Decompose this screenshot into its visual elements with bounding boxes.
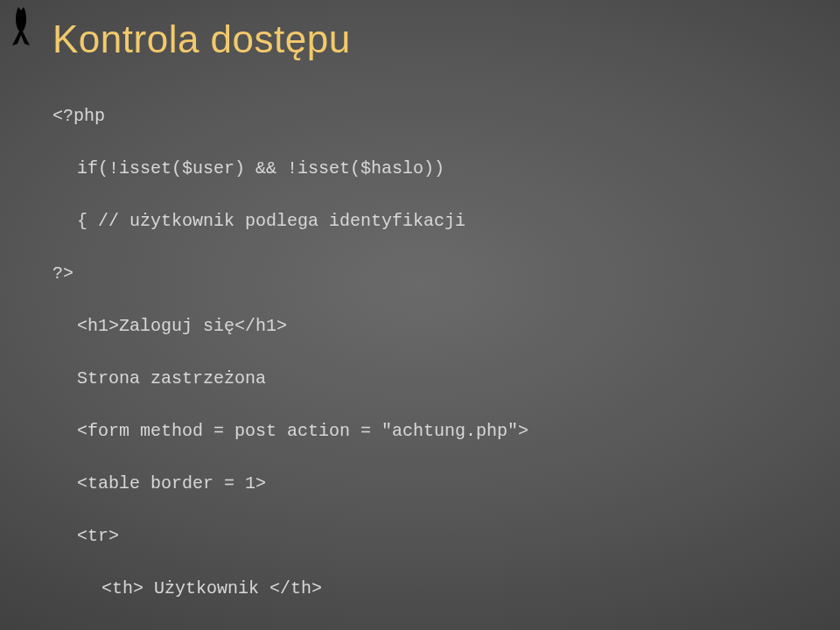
code-line: <tr> [52, 523, 595, 550]
code-line: <table border = 1> [52, 471, 595, 497]
ribbon-icon [7, 5, 35, 47]
code-line: <form method = post action = "achtung.ph… [52, 418, 595, 444]
code-line: Strona zastrzeżona [52, 366, 595, 392]
code-line: if(!isset($user) && !isset($haslo)) [52, 156, 595, 182]
slide-title: Kontrola dostępu [52, 18, 351, 61]
code-block: <?php if(!isset($user) && !isset($haslo)… [52, 77, 595, 630]
code-line: <?php [52, 103, 595, 130]
code-line: <th> Użytkownik </th> [52, 576, 595, 602]
code-line: ?> [52, 261, 595, 287]
code-line: <h1>Zaloguj się</h1> [52, 313, 595, 340]
code-line: { // użytkownik podlega identyfikacji [52, 208, 595, 234]
